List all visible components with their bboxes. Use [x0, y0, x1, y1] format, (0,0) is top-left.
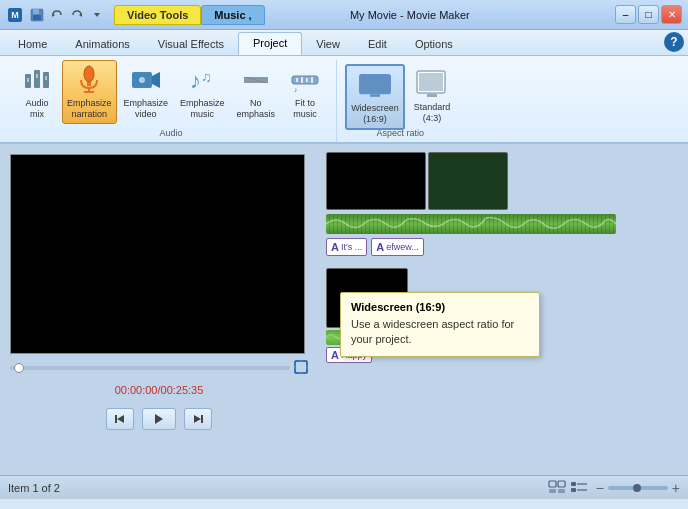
audio-mix-label: Audio mix: [25, 98, 48, 120]
redo-icon[interactable]: [68, 6, 86, 24]
fit-to-music-button[interactable]: ♪ Fit to music: [282, 60, 328, 124]
music-icon: ♪ ♫: [186, 64, 218, 96]
clip-label-1: It's ...: [341, 242, 362, 252]
time-display: 00:00:00/00:25:35: [10, 382, 308, 398]
svg-rect-37: [295, 361, 307, 373]
audio-group-label: Audio: [160, 128, 183, 138]
prev-button[interactable]: [106, 408, 134, 430]
tab-home[interactable]: Home: [4, 34, 61, 55]
standard-icon: [416, 68, 448, 100]
app-icon: M: [6, 6, 24, 24]
zoom-slider[interactable]: [608, 486, 668, 490]
timeline-view-icon[interactable]: [570, 480, 588, 496]
text-clip-row: A It's ... A efwew...: [326, 238, 680, 256]
fit-to-music-icon: ♪: [289, 64, 321, 96]
timeline-section-1: A It's ... A efwew...: [326, 152, 680, 256]
tooltip: Widescreen (16:9) Use a widescreen aspec…: [340, 292, 540, 357]
svg-rect-32: [361, 77, 388, 92]
tab-visual-effects[interactable]: Visual Effects: [144, 34, 238, 55]
svg-marker-19: [152, 72, 160, 88]
quick-access-toolbar: [28, 6, 106, 24]
tooltip-text: Use a widescreen aspect ratio for your p…: [351, 317, 529, 348]
seek-bar[interactable]: [10, 366, 290, 370]
svg-text:♪: ♪: [190, 68, 201, 93]
svg-rect-35: [419, 73, 443, 91]
svg-rect-47: [571, 482, 576, 486]
playback-controls: [10, 408, 308, 430]
status-bar: Item 1 of 2 − +: [0, 475, 688, 499]
clip-a-icon-2: A: [376, 241, 384, 253]
storyboard-view-icon[interactable]: [548, 480, 566, 496]
play-button[interactable]: [142, 408, 176, 430]
tab-project[interactable]: Project: [238, 32, 302, 55]
svg-rect-15: [87, 82, 91, 86]
svg-rect-44: [558, 481, 565, 487]
audio-waveform-1: [326, 214, 616, 234]
svg-rect-39: [115, 415, 117, 423]
svg-marker-7: [94, 13, 100, 17]
emphasize-music-button[interactable]: ♪ ♫ Emphasize music: [175, 60, 230, 124]
emphasize-music-label: Emphasize music: [180, 98, 225, 120]
svg-rect-36: [427, 94, 437, 97]
undo-icon[interactable]: [48, 6, 66, 24]
tooltip-title: Widescreen (16:9): [351, 301, 529, 313]
audio-mix-icon: [21, 64, 53, 96]
title-bar: M: [0, 0, 688, 30]
save-icon[interactable]: [28, 6, 46, 24]
svg-rect-4: [33, 15, 41, 20]
zoom-in-button[interactable]: +: [672, 480, 680, 496]
window-title: My Movie - Movie Maker: [205, 9, 615, 21]
fullscreen-icon[interactable]: [294, 360, 308, 376]
svg-point-14: [84, 66, 94, 82]
no-emphasis-button[interactable]: No emphasis: [232, 60, 281, 124]
tab-animations[interactable]: Animations: [61, 34, 143, 55]
svg-marker-40: [155, 414, 163, 424]
close-button[interactable]: ✕: [661, 5, 682, 24]
svg-text:♫: ♫: [201, 69, 212, 85]
emphasize-narration-button[interactable]: Emphasize narration: [62, 60, 117, 124]
video-thumb-2[interactable]: [428, 152, 508, 210]
no-emphasis-icon: [240, 64, 272, 96]
svg-rect-42: [201, 415, 203, 423]
zoom-control: − +: [596, 480, 680, 496]
emphasize-video-label: Emphasize video: [124, 98, 169, 120]
video-icon: [130, 64, 162, 96]
minimize-button[interactable]: –: [615, 5, 636, 24]
svg-marker-41: [194, 415, 201, 423]
ribbon-tab-bar: Home Animations Visual Effects Project V…: [0, 30, 688, 56]
standard-label: Standard (4:3): [414, 102, 451, 124]
emphasize-narration-label: Emphasize narration: [67, 98, 112, 120]
svg-point-20: [139, 77, 145, 83]
video-preview: [10, 154, 305, 354]
widescreen-icon: [359, 69, 391, 101]
ribbon-group-audio: Audio mix Emphasize narration: [6, 60, 337, 142]
widescreen-button[interactable]: Widescreen (16:9): [345, 64, 405, 130]
status-text: Item 1 of 2: [8, 482, 540, 494]
preview-panel: 00:00:00/00:25:35: [0, 144, 318, 475]
svg-rect-3: [33, 9, 39, 14]
svg-marker-38: [117, 415, 124, 423]
widescreen-label: Widescreen (16:9): [351, 103, 399, 125]
video-tools-tab[interactable]: Video Tools: [114, 5, 201, 25]
aspect-group-label: Aspect ratio: [376, 128, 424, 138]
audio-mix-button[interactable]: Audio mix: [14, 60, 60, 124]
maximize-button[interactable]: □: [638, 5, 659, 24]
zoom-out-button[interactable]: −: [596, 480, 604, 496]
help-icon[interactable]: ?: [664, 32, 684, 52]
fit-to-music-label: Fit to music: [293, 98, 317, 120]
next-button[interactable]: [184, 408, 212, 430]
tab-view[interactable]: View: [302, 34, 354, 55]
text-clip-2[interactable]: A efwew...: [371, 238, 423, 256]
ribbon: Audio mix Emphasize narration: [0, 56, 688, 144]
tab-options[interactable]: Options: [401, 34, 467, 55]
svg-rect-49: [571, 488, 576, 492]
text-clip-1[interactable]: A It's ...: [326, 238, 367, 256]
video-thumb-1[interactable]: [326, 152, 426, 210]
emphasize-video-button[interactable]: Emphasize video: [119, 60, 174, 124]
audio-a-icon: A: [331, 349, 339, 361]
standard-button[interactable]: Standard (4:3): [409, 64, 456, 128]
tab-edit[interactable]: Edit: [354, 34, 401, 55]
dropdown-icon[interactable]: [88, 6, 106, 24]
svg-rect-45: [549, 489, 556, 493]
svg-rect-33: [370, 94, 380, 97]
